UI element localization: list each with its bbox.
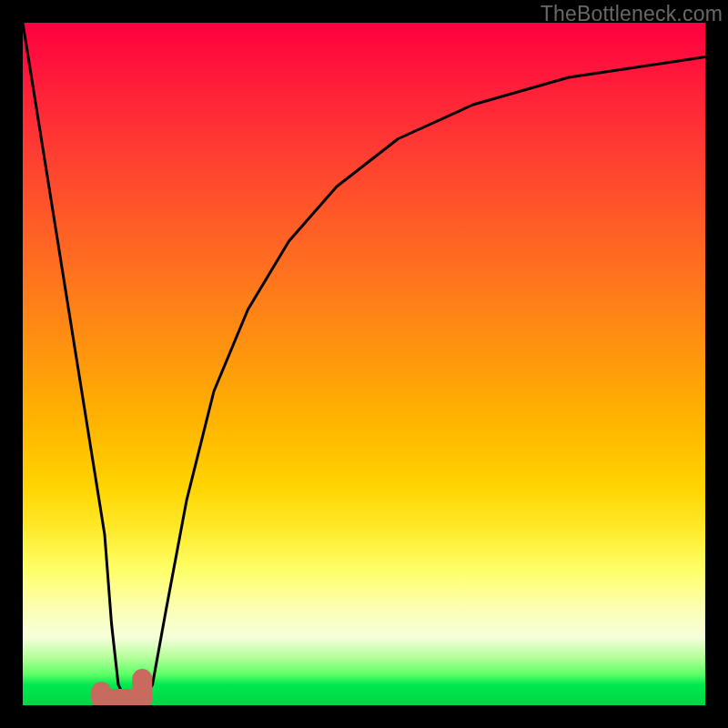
- plot-area: [23, 23, 705, 705]
- chart-frame: TheBottleneck.com: [0, 0, 728, 728]
- curve-line: [23, 23, 705, 699]
- chart-svg: [23, 23, 705, 705]
- minimum-marker-icon: [101, 679, 142, 699]
- watermark-text: TheBottleneck.com: [541, 2, 723, 26]
